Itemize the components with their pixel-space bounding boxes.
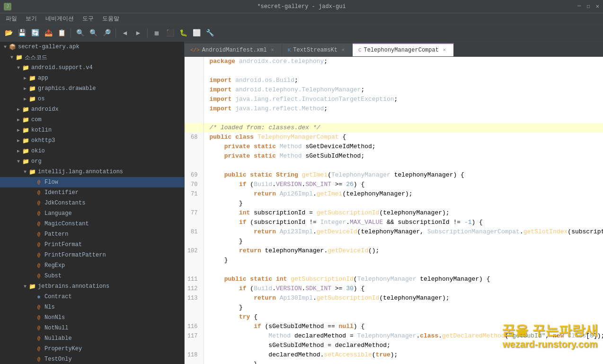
menu-file[interactable]: 파일 xyxy=(2,14,21,24)
toolbar-find2[interactable]: 🔍 xyxy=(88,27,99,39)
toolbar-settings[interactable]: 🔧 xyxy=(204,27,215,39)
tree-com[interactable]: ▶ 📁 com xyxy=(0,115,184,125)
code-line xyxy=(185,265,603,275)
tree-language[interactable]: @ Language xyxy=(0,208,184,219)
minimize-button[interactable]: — xyxy=(577,3,581,10)
tab-telephonymanagercompat[interactable]: C TelephonyManagerCompat × xyxy=(353,43,454,56)
tree-graphics-label: graphics.drawable xyxy=(38,85,96,92)
tree-regexp[interactable]: @ RegExp xyxy=(0,260,184,271)
tree-printformatpattern[interactable]: @ PrintFormatPattern xyxy=(0,250,184,260)
code-line: 70 if (Build.VERSION.SDK_INT >= 26) { xyxy=(185,180,603,189)
line-content: if (subscriptionId != Integer.MAX_VALUE … xyxy=(204,218,603,227)
tree-nonnls[interactable]: @ NonNls xyxy=(0,312,184,323)
line-content: } xyxy=(204,199,603,208)
line-number: 68 xyxy=(185,133,204,142)
tree-nullable[interactable]: @ Nullable xyxy=(0,333,184,344)
tab-close-androidmanifest[interactable]: × xyxy=(269,47,276,53)
tree-contract[interactable]: ◉ Contract xyxy=(0,292,184,302)
sidebar[interactable]: ▼ 📦 secret-gallery.apk ▼ 📁 소스코드 ▼ 📁 andr… xyxy=(0,42,185,364)
tree-root[interactable]: ▼ 📦 secret-gallery.apk xyxy=(0,42,184,52)
tree-okhttp3[interactable]: ▶ 📁 okhttp3 xyxy=(0,135,184,146)
code-line: } xyxy=(185,360,603,364)
tree-flow[interactable]: @ Flow xyxy=(0,177,184,187)
code-editor[interactable]: package androidx.core.telephony; import … xyxy=(185,57,603,364)
tree-app[interactable]: ▶ 📁 app xyxy=(0,73,184,83)
line-number: 112 xyxy=(185,284,204,293)
folder-icon-kotlin: 📁 xyxy=(22,126,29,134)
toolbar-back[interactable]: ◀ xyxy=(119,27,131,39)
tree-printformat[interactable]: @ PrintFormat xyxy=(0,240,184,250)
tree-intellij[interactable]: ▼ 📁 intellij.lang.annotations xyxy=(0,167,184,177)
code-line: try { xyxy=(185,312,603,322)
annotation-icon-printformat: @ xyxy=(35,241,43,249)
code-line: 71 return Api26Impl.getImei(telephonyMan… xyxy=(185,189,603,199)
toolbar-export[interactable]: 📤 xyxy=(43,27,54,39)
tree-graphics[interactable]: ▶ 📁 graphics.drawable xyxy=(0,83,184,94)
line-number xyxy=(185,341,204,350)
code-line: 112 if (Build.VERSION.SDK_INT >= 30) { xyxy=(185,284,603,293)
toolbar-btn6[interactable]: ⬛ xyxy=(164,27,176,39)
tab-androidmanifest[interactable]: </> AndroidManifest.xml × xyxy=(185,43,282,56)
maximize-button[interactable]: ☐ xyxy=(587,3,590,10)
interface-icon-contract: ◉ xyxy=(35,293,43,301)
code-line: package androidx.core.telephony; xyxy=(185,57,603,66)
tree-pattern-label: Pattern xyxy=(44,231,68,238)
line-number xyxy=(185,312,204,322)
line-number: 77 xyxy=(185,208,204,218)
tree-jdkconstants[interactable]: @ JdkConstants xyxy=(0,198,184,208)
tree-arrow-graphics: ▶ xyxy=(22,86,28,91)
toolbar-find[interactable]: 🔍 xyxy=(74,27,86,39)
tree-org[interactable]: ▼ 📁 org xyxy=(0,156,184,167)
code-line: 113 return Api30Impl.getSubscriptionId(t… xyxy=(185,293,603,303)
tree-testonly[interactable]: @ TestOnly xyxy=(0,354,184,364)
tree-magicconstant[interactable]: @ MagicConstant xyxy=(0,219,184,229)
toolbar-btn8[interactable]: ⬜ xyxy=(191,27,202,39)
line-number: 116 xyxy=(185,322,204,331)
line-content: sGetSubIdMethod = declaredMethod; xyxy=(204,341,603,350)
line-number: 102 xyxy=(185,246,204,256)
tab-close-textstreamskt[interactable]: × xyxy=(340,47,346,53)
tree-kotlin[interactable]: ▶ 📁 kotlin xyxy=(0,125,184,135)
tab-close-telephonymanagercompat[interactable]: × xyxy=(441,47,448,53)
app-icon: J xyxy=(4,3,11,10)
tree-jetbrains-label: jetbrains.annotations xyxy=(38,283,109,290)
menu-navigation[interactable]: 네비게이션 xyxy=(42,14,78,24)
tree-androidx[interactable]: ▶ 📁 androidx xyxy=(0,104,184,115)
toolbar-debug[interactable]: 🐛 xyxy=(177,27,189,39)
tree-android-support[interactable]: ▼ 📁 android.support.v4 xyxy=(0,62,184,73)
tab-textstreamskt[interactable]: K TextStreamsKt × xyxy=(282,43,353,56)
tree-printformatpattern-label: PrintFormatPattern xyxy=(44,252,106,258)
tree-subst[interactable]: @ Subst xyxy=(0,271,184,281)
tree-propertykey[interactable]: @ PropertyKey xyxy=(0,344,184,354)
toolbar-forward[interactable]: ▶ xyxy=(133,27,144,39)
annotation-icon-subst: @ xyxy=(35,272,43,280)
toolbar-open[interactable]: 📂 xyxy=(3,27,14,39)
tree-okio[interactable]: ▶ 📁 okio xyxy=(0,146,184,156)
tree-nls[interactable]: @ Nls xyxy=(0,302,184,312)
toolbar-refresh[interactable]: 🔄 xyxy=(29,27,41,39)
close-button[interactable]: ✕ xyxy=(596,3,599,10)
code-line: import java.lang.reflect.InvocationTarge… xyxy=(185,95,603,104)
code-line: 69 public static String getImei(Telephon… xyxy=(185,170,603,180)
tree-notnull[interactable]: @ NotNull xyxy=(0,323,184,333)
line-content xyxy=(204,265,603,275)
line-number xyxy=(185,114,204,123)
menu-help[interactable]: 도움말 xyxy=(98,14,123,24)
tree-pattern[interactable]: @ Pattern xyxy=(0,229,184,240)
tree-identifier[interactable]: @ Identifier xyxy=(0,187,184,198)
folder-icon-jetbrains: 📁 xyxy=(28,283,36,290)
tree-os[interactable]: ▶ 📁 os xyxy=(0,94,184,104)
folder-icon-org: 📁 xyxy=(22,158,29,165)
code-line: 77 int subscriptionId = getSubscriptionI… xyxy=(185,208,603,218)
window-controls[interactable]: — ☐ ✕ xyxy=(577,3,599,10)
folder-icon-okio: 📁 xyxy=(22,147,29,155)
tree-sourcecode[interactable]: ▼ 📁 소스코드 xyxy=(0,52,184,62)
menu-tools[interactable]: 도구 xyxy=(79,14,98,24)
tree-jetbrains[interactable]: ▼ 📁 jetbrains.annotations xyxy=(0,281,184,292)
toolbar-save[interactable]: 💾 xyxy=(16,27,27,39)
menu-view[interactable]: 보기 xyxy=(22,14,41,24)
toolbar-export2[interactable]: 📋 xyxy=(56,27,67,39)
toolbar-find3[interactable]: 🔎 xyxy=(101,27,112,39)
annotation-icon-jdkconstants: @ xyxy=(35,199,43,207)
toolbar-btn5[interactable]: ▦ xyxy=(151,27,162,39)
